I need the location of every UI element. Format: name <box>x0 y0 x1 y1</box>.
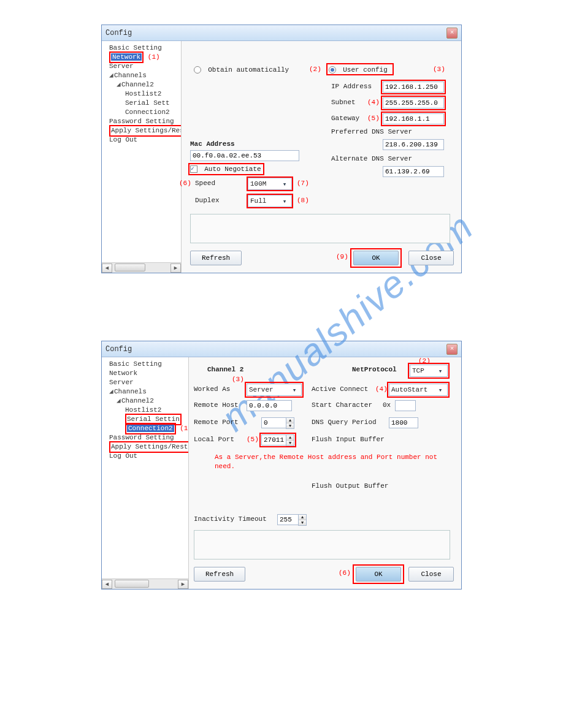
scroll-right-icon[interactable]: ► <box>178 580 188 589</box>
remote-port-input[interactable] <box>261 417 286 428</box>
message-box <box>190 214 450 243</box>
tree-basic-setting[interactable]: Basic Setting <box>103 360 187 369</box>
local-port-input[interactable] <box>261 434 286 446</box>
expand-icon[interactable]: ◢ <box>117 80 121 89</box>
expand-icon[interactable]: ◢ <box>109 387 114 396</box>
remote-port-stepper[interactable]: ▲▼ <box>286 417 294 429</box>
obtain-auto-radio[interactable] <box>194 66 201 74</box>
annotation-4: (4) <box>375 385 388 393</box>
inactivity-input[interactable] <box>277 514 298 525</box>
chevron-down-icon: ▾ <box>280 180 289 188</box>
ok-button[interactable]: OK <box>356 567 401 582</box>
obtain-auto-label: Obtain automatically <box>208 66 289 74</box>
ip-input[interactable] <box>383 82 444 93</box>
channel-heading: Channel 2 <box>207 366 243 373</box>
expand-icon[interactable]: ◢ <box>109 71 114 80</box>
worked-as-select[interactable]: Server▾ <box>247 384 302 396</box>
content-pane: Obtain automatically User config (2) (3)… <box>182 41 461 273</box>
tree-channels[interactable]: ◢Channels <box>103 71 180 80</box>
netprotocol-select[interactable]: TCP▾ <box>410 365 448 377</box>
remote-host-label: Remote Host <box>194 401 239 409</box>
tree-channel2[interactable]: ◢Channel2 <box>103 396 187 406</box>
refresh-button[interactable]: Refresh <box>194 567 245 582</box>
tree-network[interactable]: Network (1) <box>103 53 180 62</box>
step-down-icon[interactable]: ▼ <box>286 441 294 446</box>
step-up-icon[interactable]: ▲ <box>286 435 294 441</box>
step-up-icon[interactable]: ▲ <box>286 418 294 423</box>
start-char-input[interactable] <box>395 400 416 411</box>
user-config-radio[interactable] <box>329 66 336 74</box>
step-down-icon[interactable]: ▼ <box>286 423 294 428</box>
flush-output-label: Flush Output Buffer <box>312 482 388 490</box>
titlebar[interactable]: Config × <box>102 341 461 357</box>
annotation-3: (3) <box>232 376 244 383</box>
expand-icon[interactable]: ◢ <box>117 396 121 406</box>
close-button[interactable]: Close <box>408 567 454 582</box>
tree-hostlist2[interactable]: Hostlist2 <box>103 89 180 99</box>
tree-network[interactable]: Network <box>103 369 187 378</box>
start-char-prefix: 0x <box>383 401 391 409</box>
mac-input[interactable] <box>190 150 299 161</box>
start-char-label: Start Character <box>312 401 372 409</box>
local-port-stepper[interactable]: ▲▼ <box>286 434 294 446</box>
preferred-dns-input[interactable] <box>383 139 444 150</box>
tree-connection2[interactable]: Connection2 (1) <box>103 424 187 433</box>
chevron-down-icon: ▾ <box>435 367 445 375</box>
mac-label: Mac Address <box>190 140 235 148</box>
annotation-2: (2) <box>309 66 321 73</box>
tree-apply-settings-res[interactable]: Apply Settings/Res (10) <box>103 126 180 135</box>
alternate-dns-input[interactable] <box>383 166 444 177</box>
subnet-input[interactable] <box>383 97 444 108</box>
tree-pane: Basic Setting Network Server ◢Channels ◢… <box>102 357 189 589</box>
remote-host-input[interactable] <box>247 400 292 411</box>
gateway-input[interactable] <box>383 113 444 124</box>
duplex-select[interactable]: Full▾ <box>248 195 292 207</box>
tree-server[interactable]: Server <box>103 378 187 387</box>
ip-label: IP Address <box>331 83 372 90</box>
scroll-right-icon[interactable]: ► <box>170 264 181 273</box>
tree-log-out[interactable]: Log Out <box>103 452 187 461</box>
tree-channel2[interactable]: ◢Channel2 <box>103 80 180 89</box>
tree-hscroll[interactable]: ◄ ► <box>102 578 188 589</box>
auto-negotiate-checkbox[interactable] <box>190 165 197 173</box>
titlebar[interactable]: Config × <box>102 25 461 41</box>
close-button[interactable]: Close <box>408 251 454 265</box>
tree-channels[interactable]: ◢Channels <box>103 387 187 396</box>
scroll-left-icon[interactable]: ◄ <box>102 580 112 589</box>
speed-select[interactable]: 100M▾ <box>248 178 292 190</box>
annotation-6: (6) <box>179 180 191 187</box>
tree-serial-sett[interactable]: Serial Sett <box>103 99 180 108</box>
user-config-label: User config <box>343 66 388 74</box>
preferred-dns-label: Preferred DNS Server <box>331 128 412 135</box>
active-connect-select[interactable]: AutoStart▾ <box>389 384 448 396</box>
tree-apply-settings-rest[interactable]: Apply Settings/Rest(7) <box>103 442 187 452</box>
auto-negotiate-label: Auto Negotiate <box>204 165 261 173</box>
chevron-down-icon: ▾ <box>435 386 445 394</box>
local-port-label: Local Port <box>194 436 234 443</box>
annotation-5: (5) <box>367 115 380 122</box>
close-icon[interactable]: × <box>446 344 458 355</box>
tree-connection2[interactable]: Connection2 <box>103 108 180 117</box>
duplex-label: Duplex <box>195 197 220 204</box>
close-icon[interactable]: × <box>446 28 458 39</box>
tree-log-out[interactable]: Log Out <box>103 135 180 145</box>
window-title: Config <box>105 29 446 37</box>
scroll-thumb[interactable] <box>115 580 149 588</box>
active-connect-value: AutoStart <box>391 386 427 393</box>
dns-query-input[interactable] <box>389 417 418 428</box>
tree-hscroll[interactable]: ◄ ► <box>102 262 181 273</box>
scroll-thumb[interactable] <box>115 264 145 271</box>
tree-pane: Basic Setting Network (1) Server ◢Channe… <box>102 41 182 273</box>
ok-button[interactable]: OK <box>353 251 399 265</box>
dns-query-label: DNS Query Period <box>312 419 377 426</box>
subnet-label: Subnet <box>331 99 356 106</box>
inactivity-stepper[interactable]: ▲▼ <box>298 514 307 526</box>
worked-as-label: Worked As <box>194 385 230 393</box>
refresh-button[interactable]: Refresh <box>190 251 242 265</box>
annotation-2: (2) <box>418 357 431 365</box>
speed-label: Speed <box>195 180 215 187</box>
step-down-icon[interactable]: ▼ <box>299 520 306 525</box>
step-up-icon[interactable]: ▲ <box>299 515 306 520</box>
scroll-left-icon[interactable]: ◄ <box>102 264 112 273</box>
tree-server[interactable]: Server <box>103 62 180 71</box>
